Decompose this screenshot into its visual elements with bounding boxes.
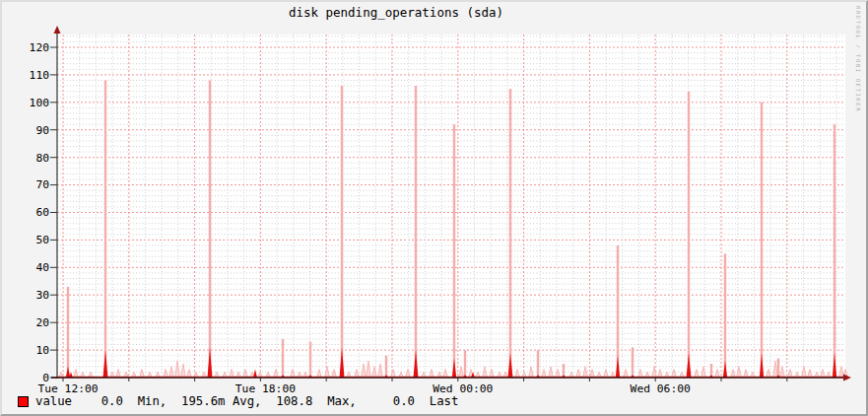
y-axis-label: 40 xyxy=(35,261,49,274)
y-axis-label: 50 xyxy=(35,234,49,246)
y-axis-label: 20 xyxy=(35,316,49,329)
y-axis-label: 80 xyxy=(35,152,49,165)
rrdtool-watermark: RRDTOOL / TOBI OETIKER xyxy=(855,6,861,112)
legend: value 0.0 Min, 195.6m Avg, 108.8 Max, 0.… xyxy=(18,394,458,408)
graph-title: disk pending_operations (sda) xyxy=(2,5,790,20)
legend-text: value 0.0 Min, 195.6m Avg, 108.8 Max, 0.… xyxy=(35,394,458,408)
x-axis-label: Wed 06:00 xyxy=(631,382,691,395)
y-axis-label: 70 xyxy=(35,178,49,191)
chart-area: 0102030405060708090100110120Tue 12:00Tue… xyxy=(2,2,866,414)
y-axis-label: 10 xyxy=(35,344,49,357)
chart-canvas: 0102030405060708090100110120Tue 12:00Tue… xyxy=(2,2,866,414)
y-axis-label: 60 xyxy=(35,206,49,219)
y-axis-arrow-icon xyxy=(54,26,61,34)
legend-swatch xyxy=(18,396,29,407)
y-axis-labels: 0102030405060708090100110120 xyxy=(30,41,50,384)
y-axis-label: 30 xyxy=(35,289,49,302)
y-axis-label: 110 xyxy=(30,69,50,82)
y-axis-label: 120 xyxy=(30,41,50,54)
rrd-graph: 0102030405060708090100110120Tue 12:00Tue… xyxy=(0,0,868,416)
y-axis-label: 100 xyxy=(30,97,50,109)
y-axis-ticks xyxy=(50,47,57,378)
y-axis-label: 90 xyxy=(35,124,49,137)
